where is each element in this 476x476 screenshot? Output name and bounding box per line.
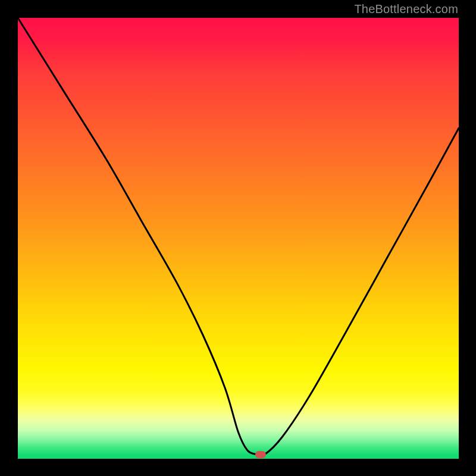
chart-stage: TheBottleneck.com <box>0 0 476 476</box>
optimal-point-marker <box>255 451 266 458</box>
curve-svg <box>18 18 459 459</box>
watermark-text: TheBottleneck.com <box>354 2 458 16</box>
bottleneck-curve <box>18 18 459 456</box>
plot-area <box>18 18 459 459</box>
